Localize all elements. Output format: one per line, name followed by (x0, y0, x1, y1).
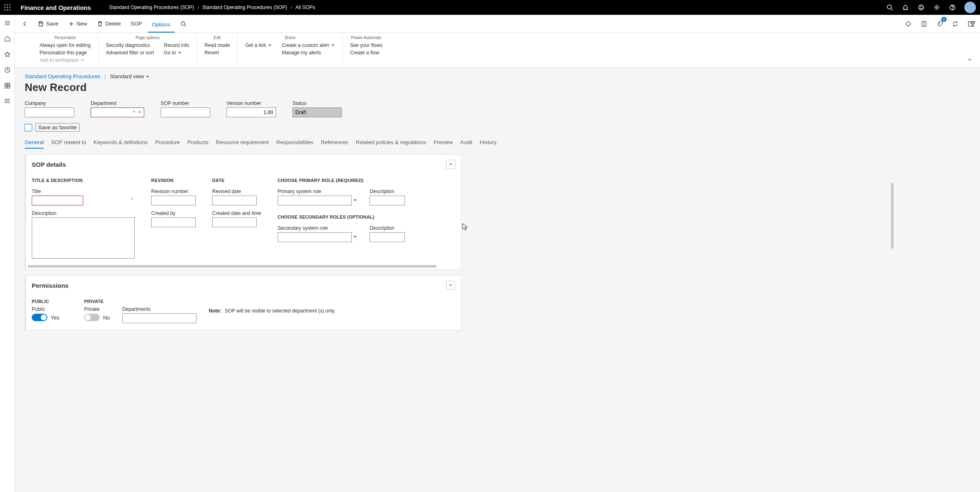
section-label: TITLE & DESCRIPTION (32, 178, 135, 183)
tab-resource[interactable]: Resource requirement (216, 139, 269, 149)
created-datetime-input[interactable] (212, 217, 257, 227)
chevron-right-icon: › (290, 5, 292, 10)
home-icon[interactable] (3, 35, 12, 43)
vertical-scrollbar[interactable] (891, 183, 893, 249)
revision-number-input[interactable] (151, 196, 196, 205)
tab-products[interactable]: Products (187, 139, 208, 149)
primary-role-desc-input[interactable] (370, 196, 405, 205)
new-button[interactable]: New (64, 18, 91, 29)
app-launcher-icon[interactable] (0, 0, 15, 15)
breadcrumb-item[interactable]: Standard Operating Procedures (SOP) (109, 5, 194, 10)
primary-role-field: Primary system role (278, 189, 358, 205)
search-icon[interactable] (882, 0, 898, 15)
ribbon-collapse-icon[interactable] (967, 57, 973, 64)
breadcrumb-item[interactable]: Standard Operating Procedures (SOP) (202, 5, 287, 10)
popout-icon[interactable] (965, 18, 977, 30)
ribbon-item[interactable]: Manage my alerts (282, 50, 335, 56)
collapse-icon[interactable] (446, 281, 455, 290)
delete-button[interactable]: Delete (93, 18, 125, 29)
sop-tab[interactable]: SOP (126, 18, 146, 29)
ribbon-item[interactable]: Revert (204, 50, 230, 56)
title-input[interactable] (32, 196, 83, 205)
modules-icon[interactable] (3, 97, 12, 105)
tab-history[interactable]: History (480, 139, 496, 149)
note-text: SOP will be visible to selected departme… (225, 308, 336, 314)
smile-icon[interactable] (913, 0, 929, 15)
description-textarea[interactable] (32, 217, 135, 259)
chevron-down-icon[interactable] (353, 234, 357, 240)
tab-procedure[interactable]: Procedure (155, 139, 180, 149)
sop-number-field: SOP number (161, 100, 210, 117)
department-input[interactable] (91, 107, 144, 117)
collapse-icon[interactable] (446, 160, 455, 169)
gear-icon[interactable] (929, 0, 945, 15)
ribbon-item[interactable]: Advanced filter or sort (106, 50, 154, 56)
ribbon-item[interactable]: Record info (164, 42, 189, 48)
secondary-role-select[interactable] (278, 232, 352, 242)
primary-role-desc-field: Description (370, 189, 405, 205)
tab-sop-related[interactable]: SOP related to (51, 139, 86, 149)
view-selector[interactable]: Standard view (110, 73, 150, 79)
horizontal-scrollbar[interactable] (28, 265, 437, 268)
tab-policies[interactable]: Related policies & regulations (356, 139, 426, 149)
help-icon[interactable] (945, 0, 960, 15)
workspace-icon[interactable] (3, 82, 12, 90)
star-icon[interactable] (3, 50, 12, 58)
diamond-icon[interactable] (903, 18, 914, 30)
sop-number-input[interactable] (161, 107, 210, 117)
avatar[interactable] (964, 2, 976, 13)
title-field: Title * (32, 189, 135, 205)
card-header[interactable]: Permissions (26, 276, 461, 295)
tab-responsibilities[interactable]: Responsibilities (276, 139, 313, 149)
tab-audit[interactable]: Audit (460, 139, 472, 149)
entity-link[interactable]: Standard Operating Procedures (25, 73, 101, 79)
card-header[interactable]: SOP details (26, 155, 461, 174)
clock-icon[interactable] (3, 66, 12, 74)
back-button[interactable] (18, 19, 32, 29)
ribbon-item[interactable]: Go to (164, 50, 189, 56)
departments-field: Departments (122, 306, 196, 323)
public-toggle[interactable] (32, 314, 47, 321)
ribbon-group-power-automate: Power Automate See your flows Create a f… (343, 35, 390, 63)
private-toggle[interactable] (84, 314, 100, 321)
tab-keywords[interactable]: Keywords & definitions (94, 139, 148, 149)
ribbon-item[interactable]: Create a flow (350, 50, 383, 56)
departments-input[interactable] (122, 313, 196, 323)
company-input[interactable] (25, 107, 74, 117)
svg-point-4 (7, 7, 8, 8)
book-icon[interactable] (918, 18, 930, 30)
field-label: Revision number (151, 189, 196, 194)
ribbon-item[interactable]: Add to workspace (40, 57, 91, 63)
top-bar: Finance and Operations Standard Operatin… (0, 0, 980, 15)
refresh-icon[interactable] (950, 18, 961, 30)
revised-date-input[interactable] (212, 196, 257, 205)
version-input[interactable] (227, 107, 276, 117)
tab-references[interactable]: References (321, 139, 348, 149)
tab-general[interactable]: General (25, 139, 44, 149)
field-label: Description (32, 210, 135, 216)
ribbon-item[interactable]: Always open for editing (40, 42, 91, 48)
ribbon-item[interactable]: Security diagnostics (106, 42, 154, 48)
options-tab[interactable]: Options (148, 19, 175, 33)
breadcrumb: Standard Operating Procedures (SOP) › St… (109, 5, 315, 10)
chevron-down-icon[interactable] (353, 197, 357, 203)
description-field: Description (32, 210, 135, 259)
attach-icon[interactable]: 0 (934, 18, 945, 30)
ribbon-item[interactable]: Read mode (204, 42, 230, 48)
ribbon-item[interactable]: Personalize this page (40, 50, 91, 56)
ribbon-item[interactable]: Create a custom alert (282, 42, 335, 48)
find-button[interactable] (176, 19, 190, 29)
roles-column: CHOOSE PRIMARY ROLE (REQUIRED) Primary s… (278, 178, 405, 259)
secondary-role-desc-input[interactable] (370, 232, 405, 242)
ribbon-item[interactable]: Get a link (245, 42, 272, 48)
ribbon-item[interactable]: See your flows (350, 42, 383, 48)
hamburger-icon[interactable] (3, 19, 12, 27)
breadcrumb-item[interactable]: All SOPs (295, 5, 315, 10)
save-button[interactable]: Save (34, 18, 63, 29)
tab-preview[interactable]: Preview (434, 139, 453, 149)
action-bar: Save New Delete SOP Options 0 (15, 15, 980, 33)
bell-icon[interactable] (898, 0, 913, 15)
primary-role-select[interactable] (278, 196, 352, 205)
save-favorite-checkbox[interactable] (25, 124, 32, 131)
created-by-input[interactable] (151, 217, 196, 227)
